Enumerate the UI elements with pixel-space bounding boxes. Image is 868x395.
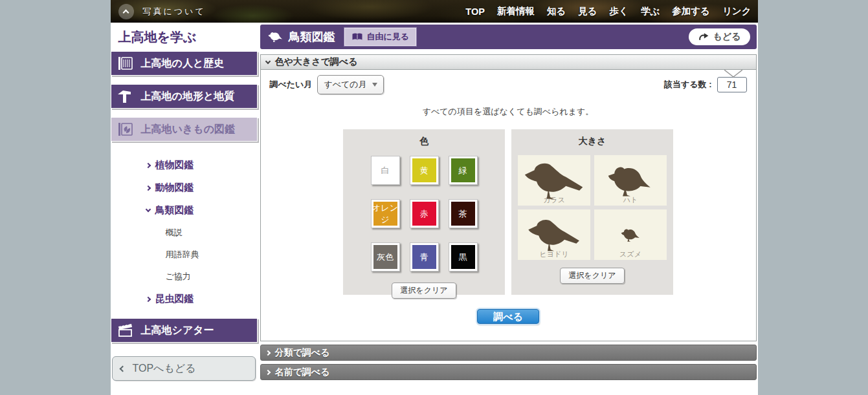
free-view-label: 自由に見る — [367, 31, 410, 43]
clapperboard-icon — [117, 322, 135, 339]
submenu-item-cooperation[interactable]: ご協力 — [111, 266, 260, 288]
submenu-label: 植物図鑑 — [155, 159, 194, 171]
bulbul-silhouette-icon — [527, 216, 581, 253]
month-label: 調べたい月 — [270, 79, 313, 91]
chevron-right-icon — [265, 350, 270, 355]
nav-item-links[interactable]: リンク — [722, 5, 751, 17]
topbar-left: 写真について — [118, 4, 206, 19]
sidebar-item-label: 上高地シアター — [141, 324, 214, 337]
chevron-left-icon — [119, 365, 126, 372]
month-select[interactable]: すべての月 — [317, 75, 383, 94]
nav-item-top[interactable]: TOP — [465, 6, 485, 17]
clear-size-selection-button[interactable]: 選択をクリア — [560, 268, 624, 284]
color-option-orange[interactable]: オレンジ — [371, 199, 400, 228]
nav-item-learn[interactable]: 学ぶ — [641, 5, 660, 17]
color-filter-group: 色 白 黄 緑 オレンジ 赤 茶 灰色 青 — [343, 129, 505, 295]
match-count-label: 該当する数 : — [664, 79, 712, 91]
back-to-top-button[interactable]: TOPへもどる — [112, 356, 256, 381]
color-option-yellow[interactable]: 黄 — [410, 156, 439, 185]
search-panel: 調べたい月 すべての月 該当する数 : 71 すべて — [260, 70, 757, 341]
photo-topbar: 写真について TOP 新着情報 知る 見る 歩く 学ぶ 参加する リンク — [111, 0, 758, 23]
color-option-brown[interactable]: 茶 — [449, 199, 478, 228]
chevron-up-icon — [123, 9, 129, 16]
clear-color-selection-button[interactable]: 選択をクリア — [392, 283, 456, 299]
size-option-bulbul[interactable]: ヒヨドリ — [518, 209, 590, 260]
submenu-label: 鳥類図鑑 — [155, 204, 194, 217]
main-content: 鳥類図鑑 自由に見る もどる 色や大きさで調べる — [260, 23, 758, 395]
page-title-label: 鳥類図鑑 — [289, 29, 335, 45]
sidebar: 上高地を学ぶ 上高地の人と歴史 上高地の地形と地質 — [111, 23, 260, 395]
sidebar-item-wildlife-guide[interactable]: 上高地いきもの図鑑 — [111, 117, 258, 142]
bird-size-label: スズメ — [594, 250, 667, 259]
color-grid: 白 黄 緑 オレンジ 赤 茶 灰色 青 黒 — [343, 156, 505, 272]
submenu-label: 動物図鑑 — [155, 182, 194, 194]
search-hint-text: すべての項目を選ばなくても調べられます。 — [270, 106, 747, 118]
chevron-down-icon — [145, 207, 150, 212]
nav-item-know[interactable]: 知る — [547, 5, 566, 17]
sidebar-item-label: 上高地いきもの図鑑 — [141, 123, 236, 136]
sidebar-item-theater[interactable]: 上高地シアター — [111, 318, 258, 343]
rock-hammer-icon — [117, 88, 135, 105]
sidebar-item-label: 上高地の人と歴史 — [141, 57, 225, 70]
accordion-title: 色や大きさで調べる — [275, 56, 358, 68]
sidebar-title: 上高地を学ぶ — [111, 23, 260, 51]
photo-about-link[interactable]: 写真について — [143, 6, 206, 17]
accordion-search-by-class[interactable]: 分類で調べる — [260, 345, 757, 361]
sidebar-item-people-history[interactable]: 上高地の人と歴史 — [111, 51, 258, 76]
sparrow-silhouette-icon — [621, 228, 641, 242]
accordion-search-by-name[interactable]: 名前で調べる — [260, 364, 757, 380]
color-option-black[interactable]: 黒 — [449, 242, 478, 272]
nav-item-news[interactable]: 新着情報 — [497, 5, 535, 17]
page-background: 写真について TOP 新着情報 知る 見る 歩く 学ぶ 参加する リンク 上高地… — [0, 0, 868, 395]
chevron-right-icon — [265, 369, 270, 374]
submenu-item-birds[interactable]: 鳥類図鑑 — [111, 199, 260, 222]
submenu-item-insects[interactable]: 昆虫図鑑 — [111, 288, 260, 310]
leaf-book-icon — [117, 121, 135, 138]
chevron-right-icon — [145, 185, 150, 190]
sidebar-item-terrain-geology[interactable]: 上高地の地形と地質 — [111, 84, 258, 109]
size-group-title: 大きさ — [511, 129, 673, 147]
return-arrow-icon — [698, 32, 709, 41]
search-button[interactable]: 調べる — [477, 309, 539, 324]
chevron-right-icon — [145, 162, 150, 167]
nav-item-see[interactable]: 見る — [578, 5, 597, 17]
accordion-color-size-search[interactable]: 色や大きさで調べる — [260, 54, 757, 70]
bird-size-label: ハト — [594, 195, 667, 205]
nav-item-participate[interactable]: 参加する — [672, 5, 710, 17]
chevron-right-icon — [145, 296, 150, 301]
match-count-value: 71 — [717, 77, 747, 92]
page-title: 鳥類図鑑 — [268, 29, 335, 45]
color-option-blue[interactable]: 青 — [410, 242, 439, 272]
open-book-icon — [351, 32, 363, 41]
submenu-item-overview[interactable]: 概説 — [111, 222, 260, 244]
size-filter-group: 大きさ カラス ハト — [511, 129, 673, 295]
back-button[interactable]: もどる — [689, 28, 750, 45]
size-option-pigeon[interactable]: ハト — [594, 155, 667, 206]
color-option-red[interactable]: 赤 — [410, 199, 439, 228]
color-option-gray[interactable]: 灰色 — [371, 242, 400, 272]
size-option-crow[interactable]: カラス — [518, 155, 590, 206]
accordion-title: 分類で調べる — [275, 347, 330, 359]
color-option-white[interactable]: 白 — [371, 156, 400, 185]
nav-item-walk[interactable]: 歩く — [610, 5, 629, 17]
pigeon-silhouette-icon — [607, 164, 654, 198]
page: 写真について TOP 新着情報 知る 見る 歩く 学ぶ 参加する リンク 上高地… — [111, 0, 758, 395]
sidebar-item-label: 上高地の地形と地質 — [141, 90, 235, 103]
submenu-item-animals[interactable]: 動物図鑑 — [111, 176, 260, 199]
top-nav: TOP 新着情報 知る 見る 歩く 学ぶ 参加する リンク — [465, 5, 751, 17]
submenu-label: 昆虫図鑑 — [155, 293, 194, 305]
wildlife-submenu: 植物図鑑 動物図鑑 鳥類図鑑 概説 用語辞典 ご協力 昆虫図鑑 — [111, 150, 260, 312]
color-option-green[interactable]: 緑 — [449, 156, 478, 185]
back-button-label: もどる — [713, 31, 741, 43]
bird-size-label: カラス — [518, 195, 590, 205]
submenu-item-glossary[interactable]: 用語辞典 — [111, 244, 260, 266]
size-grid: カラス ハト ヒヨドリ — [511, 155, 673, 260]
bird-icon — [268, 31, 284, 43]
size-option-sparrow[interactable]: スズメ — [594, 209, 667, 260]
dropdown-arrow-icon — [372, 83, 377, 87]
submenu-item-plants[interactable]: 植物図鑑 — [111, 154, 260, 176]
bird-size-label: ヒヨドリ — [518, 250, 590, 259]
collapse-topbar-button[interactable] — [118, 4, 134, 19]
month-selected-value: すべての月 — [324, 79, 366, 91]
free-view-button[interactable]: 自由に見る — [344, 28, 417, 46]
